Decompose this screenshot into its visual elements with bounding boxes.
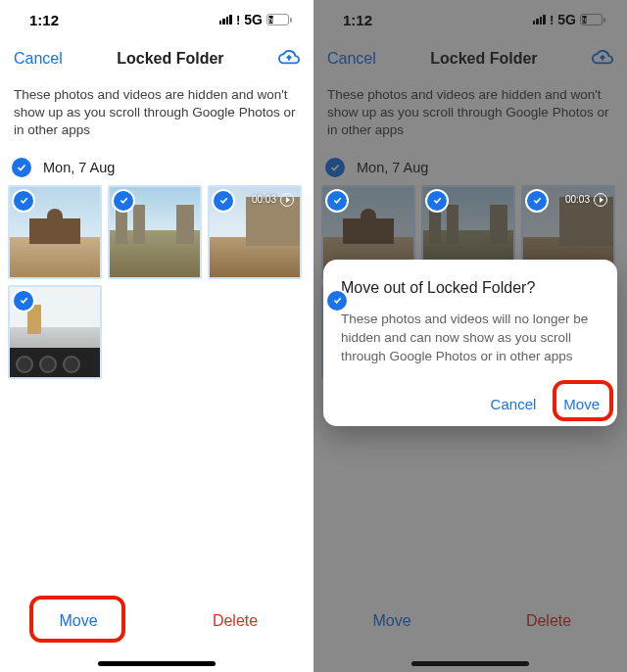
selected-check-icon[interactable] bbox=[527, 191, 547, 211]
move-button[interactable]: Move bbox=[0, 589, 157, 672]
video-duration-badge: 00:03 bbox=[565, 193, 607, 207]
dialog-body: These photos and videos will no longer b… bbox=[341, 311, 600, 366]
signal-alert-icon: ! bbox=[236, 13, 240, 27]
selected-check-icon[interactable] bbox=[327, 291, 347, 311]
network-label: 5G bbox=[244, 12, 263, 27]
status-right: ! 5G 26 bbox=[219, 12, 292, 27]
thumbnail-grid: 00:03 bbox=[0, 185, 314, 379]
selected-check-icon[interactable] bbox=[14, 291, 33, 311]
cloud-upload-icon[interactable] bbox=[278, 46, 300, 72]
selected-check-icon[interactable] bbox=[427, 191, 447, 211]
video-duration-badge: 00:03 bbox=[252, 193, 294, 207]
cancel-button[interactable]: Cancel bbox=[14, 50, 63, 68]
photo-thumb[interactable] bbox=[108, 185, 202, 279]
date-label: Mon, 7 Aug bbox=[43, 160, 115, 175]
status-time: 1:12 bbox=[29, 12, 59, 28]
play-icon bbox=[280, 193, 294, 207]
screen-left: 1:12 ! 5G 26 Cancel Locked Folder These … bbox=[0, 0, 314, 672]
bottom-bar: Move Delete bbox=[0, 589, 314, 672]
play-icon bbox=[594, 193, 607, 207]
info-text: These photos and videos are hidden and w… bbox=[0, 78, 314, 148]
delete-button[interactable]: Delete bbox=[157, 589, 314, 672]
video-thumb[interactable]: 00:03 bbox=[208, 185, 302, 279]
dialog-cancel-button[interactable]: Cancel bbox=[491, 396, 537, 412]
date-row[interactable]: Mon, 7 Aug bbox=[0, 148, 314, 185]
photo-thumb[interactable] bbox=[8, 185, 102, 279]
selected-check-icon[interactable] bbox=[14, 191, 33, 211]
page-title: Locked Folder bbox=[117, 50, 223, 68]
photo-thumb[interactable] bbox=[8, 285, 102, 379]
battery-icon: 26 bbox=[266, 14, 292, 25]
signal-icon bbox=[219, 15, 232, 24]
selected-check-icon[interactable] bbox=[114, 191, 133, 211]
screen-right: 1:12 ! 5G 26 Cancel Locked Folder These … bbox=[314, 0, 627, 672]
page-header: Cancel Locked Folder bbox=[0, 39, 314, 78]
move-out-dialog: Move out of Locked Folder? These photos … bbox=[323, 260, 617, 426]
date-check-icon[interactable] bbox=[12, 158, 31, 177]
dialog-title: Move out of Locked Folder? bbox=[341, 279, 600, 297]
home-indicator[interactable] bbox=[98, 661, 216, 666]
dialog-actions: Cancel Move bbox=[341, 396, 600, 412]
dialog-move-button[interactable]: Move bbox=[563, 396, 600, 412]
selected-check-icon[interactable] bbox=[214, 191, 233, 211]
status-bar: 1:12 ! 5G 26 bbox=[0, 0, 314, 39]
selected-check-icon[interactable] bbox=[327, 191, 347, 211]
